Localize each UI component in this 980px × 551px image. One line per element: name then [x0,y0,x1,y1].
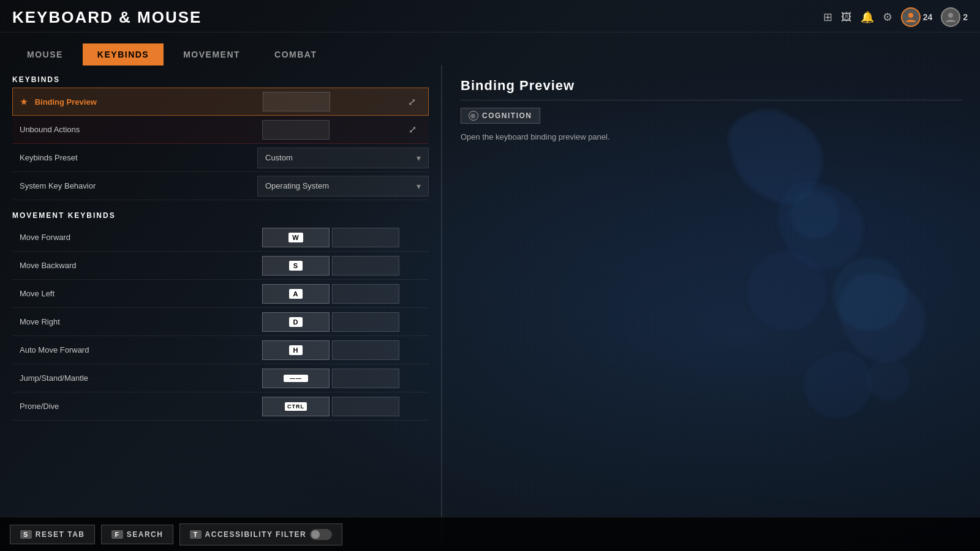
svg-point-4 [948,13,953,18]
move-forward-primary[interactable]: W [262,228,330,247]
reset-tab-button[interactable]: S RESET TAB [10,525,95,544]
move-right-label: Move Right [12,311,257,332]
tab-keybinds[interactable]: KEYBINDS [83,43,164,66]
svg-point-3 [908,13,913,18]
search-key: F [111,530,123,539]
prone-secondary[interactable] [332,397,399,416]
page-title: KEYBOARD & MOUSE [12,8,202,27]
cognition-label: COGNITION [482,111,532,120]
accessibility-toggle[interactable] [310,529,332,540]
jump-actions: —— [257,365,429,392]
move-right-secondary[interactable] [332,312,399,332]
move-backward-actions: S [257,252,429,279]
key-space: —— [284,375,308,382]
binding-preview-row[interactable]: ★ Binding Preview ⤢ [12,88,429,116]
cognition-badge: ◎ COGNITION [461,108,540,124]
move-forward-actions: W [257,224,429,251]
auto-move-primary[interactable]: H [262,340,330,360]
keybinds-preset-row: Keybinds Preset Custom ▾ [12,144,429,172]
jump-secondary[interactable] [332,369,399,388]
grid-icon[interactable]: ⊞ [823,10,832,24]
move-left-row: Move Left A [12,280,429,308]
move-left-actions: A [257,280,429,307]
accessibility-filter-button[interactable]: T ACCESSIBILITY FILTER [179,523,342,545]
move-backward-primary[interactable]: S [262,256,330,276]
prone-row: Prone/Dive CTRL [12,392,429,421]
prone-label: Prone/Dive [12,395,257,417]
key-s: S [289,261,303,271]
binding-preview-panel-title: Binding Preview [461,78,962,100]
binding-preview-label: ★ Binding Preview [13,91,258,113]
unbound-actions-area: ⤢ [257,116,429,143]
main-layout: KEYBINDS ★ Binding Preview ⤢ Unbound Act… [0,66,980,543]
movement-keybinds-heading: MOVEMENT KEYBINDS [12,211,429,220]
chevron-down-icon: ▾ [417,153,421,163]
key-ctrl: CTRL [285,402,307,411]
auto-move-actions: H [257,337,429,364]
move-right-primary[interactable]: D [262,312,330,332]
tab-mouse[interactable]: MOUSE [12,43,78,66]
binding-preview-actions: ⤢ [258,88,428,115]
unbound-primary-slot[interactable] [262,120,330,140]
key-w: W [288,233,303,242]
right-panel: Binding Preview ◎ COGNITION Open the key… [442,66,980,543]
keybinds-preset-label: Keybinds Preset [12,147,257,168]
system-key-chevron-icon: ▾ [417,181,421,191]
move-backward-label: Move Backward [12,255,257,276]
jump-primary[interactable]: —— [262,369,330,388]
tab-movement[interactable]: MOVEMENT [168,43,255,66]
system-key-select[interactable]: Operating System ▾ [257,176,429,197]
auto-move-secondary[interactable] [332,340,399,360]
keybinds-preset-select[interactable]: Custom ▾ [257,148,429,168]
move-backward-secondary[interactable] [332,256,399,276]
search-label: SEARCH [127,530,164,539]
tab-combat[interactable]: COMBAT [260,43,331,66]
unbound-actions-row[interactable]: Unbound Actions ⤢ [12,116,429,144]
avatar-primary[interactable] [901,7,921,27]
auto-move-row: Auto Move Forward H [12,336,429,364]
search-button[interactable]: F SEARCH [101,525,173,544]
move-left-primary[interactable]: A [262,284,330,304]
reset-key: S [20,530,32,539]
jump-label: Jump/Stand/Mantle [12,367,257,389]
binding-preview-description: Open the keyboard binding preview panel. [461,131,962,143]
footer: S RESET TAB F SEARCH T ACCESSIBILITY FIL… [0,517,980,551]
move-right-row: Move Right D [12,308,429,336]
move-forward-secondary[interactable] [332,228,399,247]
export-icon[interactable]: ⤢ [401,96,423,108]
team-count: 2 [963,12,968,22]
unbound-actions-label: Unbound Actions [12,119,257,140]
filter-label: ACCESSIBILITY FILTER [205,530,307,539]
move-left-label: Move Left [12,283,257,304]
move-forward-row: Move Forward W [12,223,429,252]
auto-move-label: Auto Move Forward [12,339,257,361]
prone-actions: CTRL [257,393,429,420]
toggle-knob [311,530,320,539]
key-a: A [289,289,303,299]
move-forward-label: Move Forward [12,227,257,248]
header-icons: ⊞ 🖼 🔔 ⚙ 24 2 [823,7,968,27]
unbound-export-icon[interactable]: ⤢ [401,124,424,135]
system-key-row: System Key Behavior Operating System ▾ [12,172,429,200]
filter-key: T [190,530,201,539]
move-left-secondary[interactable] [332,284,399,304]
avatar-secondary[interactable] [941,7,960,27]
prone-primary[interactable]: CTRL [262,397,330,416]
key-h: H [289,345,303,355]
system-key-label: System Key Behavior [12,175,257,197]
gear-icon[interactable]: ⚙ [883,10,892,24]
keybinds-heading: KEYBINDS [12,75,429,84]
star-icon: ★ [20,97,28,107]
reset-label: RESET TAB [36,530,85,539]
cognition-icon: ◎ [469,111,478,121]
jump-row: Jump/Stand/Mantle —— [12,364,429,392]
image-icon[interactable]: 🖼 [841,11,852,24]
nav-tabs: MOUSE KEYBINDS MOVEMENT COMBAT [0,32,980,66]
left-panel: KEYBINDS ★ Binding Preview ⤢ Unbound Act… [0,66,441,543]
key-d: D [289,317,303,327]
move-right-actions: D [257,309,429,335]
binding-preview-primary-slot[interactable] [263,92,330,111]
bell-icon[interactable]: 🔔 [861,10,874,24]
header: KEYBOARD & MOUSE ⊞ 🖼 🔔 ⚙ 24 2 [0,0,980,32]
user-count: 24 [923,12,933,22]
